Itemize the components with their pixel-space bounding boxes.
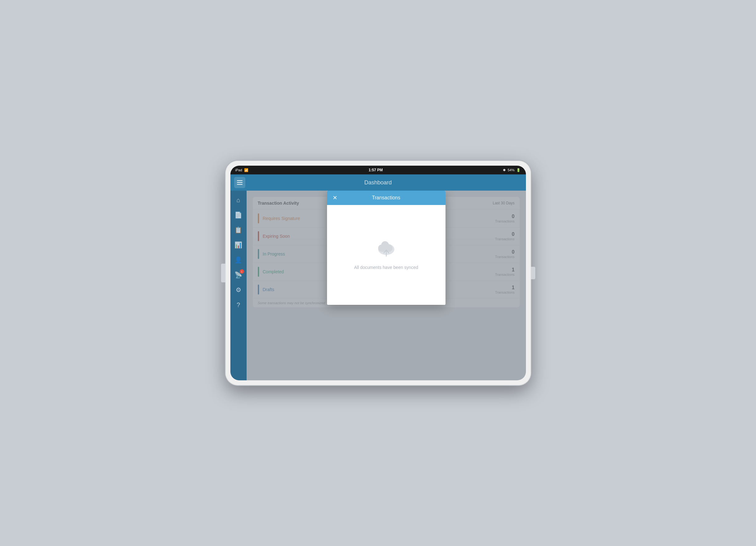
sidebar-item-reports[interactable]: 📋 <box>232 223 245 237</box>
wifi-icon: 📶 <box>244 168 248 172</box>
modal-close-button[interactable]: ✕ <box>331 193 339 202</box>
sidebar-item-analytics[interactable]: 📊 <box>232 238 245 252</box>
reports-icon: 📋 <box>234 226 242 234</box>
modal-header: ✕ Transactions <box>327 191 445 205</box>
settings-icon: ⚙ <box>236 286 241 294</box>
hamburger-line <box>237 182 243 183</box>
sidebar-item-settings[interactable]: ⚙ <box>232 283 245 297</box>
sync-message: All documents have been synced <box>354 265 418 270</box>
app-header: Dashboard <box>230 174 526 191</box>
sidebar-item-help[interactable]: ? <box>232 298 245 312</box>
sidebar-item-home[interactable]: ⌂ <box>232 193 245 207</box>
device-screen: iPad 📶 1:57 PM ✱ 54% 🔋 Dashboard <box>230 166 526 380</box>
modal-body: All documents have been synced <box>327 205 445 305</box>
hamburger-line <box>237 184 243 185</box>
battery-icon: 🔋 <box>516 168 521 172</box>
modal-overlay: ✕ Transactions <box>247 191 526 380</box>
device-frame: iPad 📶 1:57 PM ✱ 54% 🔋 Dashboard <box>225 161 531 385</box>
sidebar-item-profile[interactable]: 👤 <box>232 253 245 267</box>
main-content: ⌂ 📄 📋 📊 👤 📡 1 <box>230 191 526 380</box>
hamburger-line <box>237 180 243 181</box>
notification-badge: 1 <box>240 269 244 274</box>
transactions-modal: ✕ Transactions <box>327 191 445 305</box>
side-button-left <box>221 263 225 283</box>
sidebar: ⌂ 📄 📋 📊 👤 📡 1 <box>230 191 247 380</box>
bluetooth-icon: ✱ <box>503 168 506 172</box>
status-bar: iPad 📶 1:57 PM ✱ 54% 🔋 <box>230 166 526 174</box>
status-right: ✱ 54% 🔋 <box>503 168 521 172</box>
page-title: Dashboard <box>364 179 392 186</box>
app-container: Dashboard ⌂ 📄 📋 📊 <box>230 174 526 380</box>
documents-icon: 📄 <box>234 211 242 219</box>
help-icon: ? <box>237 302 240 309</box>
cloud-sync-icon <box>375 240 397 260</box>
side-button-right <box>531 267 535 279</box>
sidebar-item-notifications[interactable]: 📡 1 <box>232 268 245 282</box>
home-icon: ⌂ <box>236 196 240 204</box>
status-time: 1:57 PM <box>368 168 383 172</box>
sidebar-item-documents[interactable]: 📄 <box>232 208 245 222</box>
modal-title: Transactions <box>372 195 400 200</box>
profile-icon: 👤 <box>234 256 242 263</box>
device-name: iPad <box>235 168 242 172</box>
analytics-icon: 📊 <box>234 241 242 249</box>
battery-percent: 54% <box>508 168 514 172</box>
status-left: iPad 📶 <box>235 168 248 172</box>
dashboard-content: Transaction Activity Last 30 Days Requir… <box>247 191 526 380</box>
hamburger-button[interactable] <box>234 177 245 188</box>
